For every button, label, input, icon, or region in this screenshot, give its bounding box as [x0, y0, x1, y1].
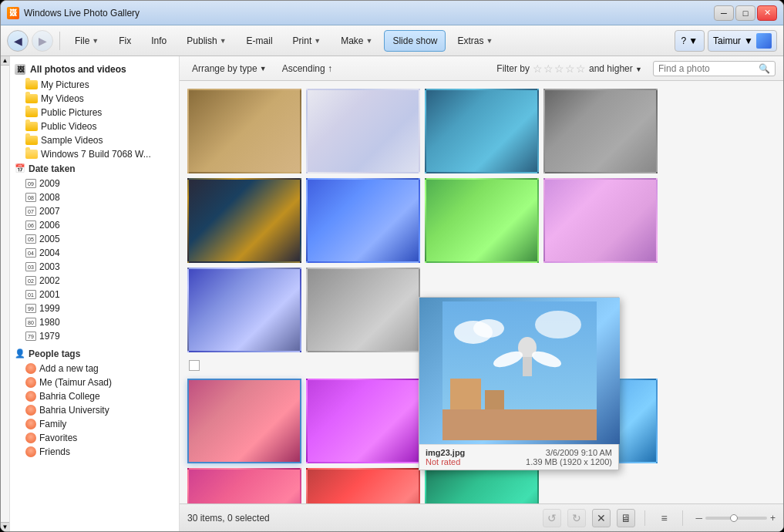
sidebar-year-2003[interactable]: 03 2003 — [10, 260, 179, 274]
status-text: 30 items, 0 selected — [187, 513, 537, 524]
calendar-icon: 02 — [25, 276, 36, 285]
folder-icon — [25, 122, 38, 131]
photo-thumb[interactable] — [306, 379, 420, 463]
star-3[interactable]: ☆ — [554, 62, 564, 75]
main-content: ▲ ▼ 🖼 All photos and videos My Pictures — [1, 56, 783, 531]
person-icon — [25, 377, 36, 388]
help-button[interactable]: ? ▼ — [675, 30, 705, 52]
photo-thumb[interactable] — [543, 89, 658, 173]
sidebar-year-2007[interactable]: 07 2007 — [10, 204, 179, 218]
calendar-icon: 05 — [25, 234, 36, 244]
forward-button[interactable]: ▶ — [32, 30, 53, 52]
sidebar-folder-my-videos[interactable]: My Videos — [10, 92, 179, 106]
photo-thumb-selected[interactable] — [187, 379, 301, 463]
sidebar-year-2001[interactable]: 01 2001 — [10, 288, 179, 301]
photo-thumb[interactable] — [425, 89, 539, 173]
folder-icon — [25, 94, 38, 103]
extras-menu-button[interactable]: Extras ▼ — [449, 30, 501, 52]
email-button[interactable]: E-mail — [238, 30, 281, 52]
monitor-button[interactable]: 🖥 — [617, 509, 635, 527]
sidebar-people-bahria-university[interactable]: Bahria University — [10, 403, 179, 417]
photo-thumb[interactable] — [187, 468, 301, 503]
fix-button[interactable]: Fix — [110, 30, 140, 52]
photo-grid[interactable]: img23.jpg Not rated 3/6/2009 9:10 AM 1.3… — [180, 81, 783, 503]
svg-rect-8 — [523, 357, 532, 376]
star-1[interactable]: ☆ — [533, 62, 543, 75]
zoom-track[interactable] — [705, 517, 767, 520]
undo-button[interactable]: ↺ — [543, 509, 561, 527]
photo-thumb[interactable] — [425, 178, 539, 263]
sidebar-year-1980[interactable]: 80 1980 — [10, 315, 179, 329]
sidebar-people-bahria-college[interactable]: Bahria College — [10, 389, 179, 403]
photo-thumb[interactable] — [306, 178, 420, 263]
back-button[interactable]: ◀ — [7, 30, 29, 52]
photo-thumb[interactable] — [306, 268, 420, 352]
redo-button[interactable]: ↻ — [567, 509, 586, 527]
star-2[interactable]: ☆ — [543, 62, 554, 75]
sidebar-scroll-down[interactable]: ▼ — [1, 522, 9, 531]
zoom-thumb[interactable] — [730, 514, 738, 522]
photo-thumb[interactable] — [425, 468, 539, 503]
zoom-out-icon[interactable]: ─ — [695, 513, 702, 524]
arrange-by-type-button[interactable]: Arrange by type ▼ — [187, 62, 271, 76]
title-bar: 🖼 Windows Live Photo Gallery ─ □ ✕ — [1, 1, 783, 25]
minimize-button[interactable]: ─ — [714, 5, 734, 21]
person-icon — [25, 391, 36, 402]
sidebar-year-2004[interactable]: 04 2004 — [10, 246, 179, 260]
sidebar-year-2002[interactable]: 02 2002 — [10, 274, 179, 288]
sidebar-year-1999[interactable]: 99 1999 — [10, 301, 179, 315]
sidebar-folder-public-videos[interactable]: Public Videos — [10, 120, 179, 133]
sidebar-date-header[interactable]: 📅 Date taken — [10, 161, 179, 177]
slideshow-button[interactable]: Slide show — [384, 30, 446, 52]
sidebar-people-add[interactable]: Add a new tag — [10, 362, 179, 375]
sidebar-folder-win7[interactable]: Windows 7 Build 7068 W... — [10, 147, 179, 161]
zoom-slider: ─ + — [695, 513, 776, 524]
svg-rect-5 — [450, 379, 481, 409]
close-button[interactable]: ✕ — [757, 5, 777, 21]
tooltip-image — [419, 298, 620, 444]
photo-thumb[interactable] — [306, 89, 420, 173]
sidebar-people-header[interactable]: 👤 People tags — [10, 346, 179, 362]
file-menu-button[interactable]: File ▼ — [66, 30, 107, 52]
sidebar-all-photos[interactable]: 🖼 All photos and videos — [10, 61, 179, 78]
sidebar-scroll-up[interactable]: ▲ — [1, 56, 9, 66]
person-icon — [25, 419, 36, 429]
sidebar-year-2006[interactable]: 06 2006 — [10, 218, 179, 232]
ascending-button[interactable]: Ascending ↑ — [278, 62, 337, 76]
delete-button[interactable]: ✕ — [592, 509, 611, 527]
photo-thumb[interactable] — [543, 178, 658, 263]
sidebar-year-2009[interactable]: 09 2009 — [10, 177, 179, 190]
calendar-icon: 01 — [25, 290, 36, 299]
star-5[interactable]: ☆ — [576, 62, 586, 75]
sidebar-folder-public-pictures[interactable]: Public Pictures — [10, 106, 179, 120]
svg-rect-4 — [442, 409, 597, 440]
star-rating[interactable]: ☆ ☆ ☆ ☆ ☆ — [533, 62, 586, 75]
sidebar-people-section: 👤 People tags Add a new tag Me (Taimur A… — [10, 346, 179, 459]
sidebar-folder-my-pictures[interactable]: My Pictures — [10, 78, 179, 92]
sidebar-people-favorites[interactable]: Favorites — [10, 431, 179, 445]
photo-thumb[interactable] — [187, 268, 301, 352]
list-view-button[interactable]: ≡ — [654, 509, 673, 527]
make-menu-button[interactable]: Make ▼ — [332, 30, 381, 52]
photo-thumb[interactable] — [187, 89, 301, 173]
sidebar-people-family[interactable]: Family — [10, 417, 179, 431]
search-box[interactable]: 🔍 — [653, 61, 776, 76]
star-4[interactable]: ☆ — [565, 62, 575, 75]
publish-menu-button[interactable]: Publish ▼ — [178, 30, 234, 52]
user-menu-button[interactable]: Taimur ▼ — [708, 30, 777, 52]
group-checkbox[interactable] — [189, 360, 200, 371]
sidebar-folder-sample-videos[interactable]: Sample Videos — [10, 133, 179, 147]
svg-point-3 — [535, 311, 581, 338]
sidebar-year-1979[interactable]: 79 1979 — [10, 329, 179, 343]
sidebar-year-2008[interactable]: 08 2008 — [10, 190, 179, 204]
sidebar-people-me[interactable]: Me (Taimur Asad) — [10, 375, 179, 389]
sidebar-people-friends[interactable]: Friends — [10, 445, 179, 459]
photo-thumb[interactable] — [187, 178, 301, 263]
zoom-in-icon[interactable]: + — [770, 513, 776, 524]
sidebar-year-2005[interactable]: 05 2005 — [10, 232, 179, 246]
photo-thumb[interactable] — [306, 468, 420, 503]
info-button[interactable]: Info — [143, 30, 175, 52]
maximize-button[interactable]: □ — [735, 5, 755, 21]
print-menu-button[interactable]: Print ▼ — [284, 30, 330, 52]
search-input[interactable] — [658, 63, 759, 74]
